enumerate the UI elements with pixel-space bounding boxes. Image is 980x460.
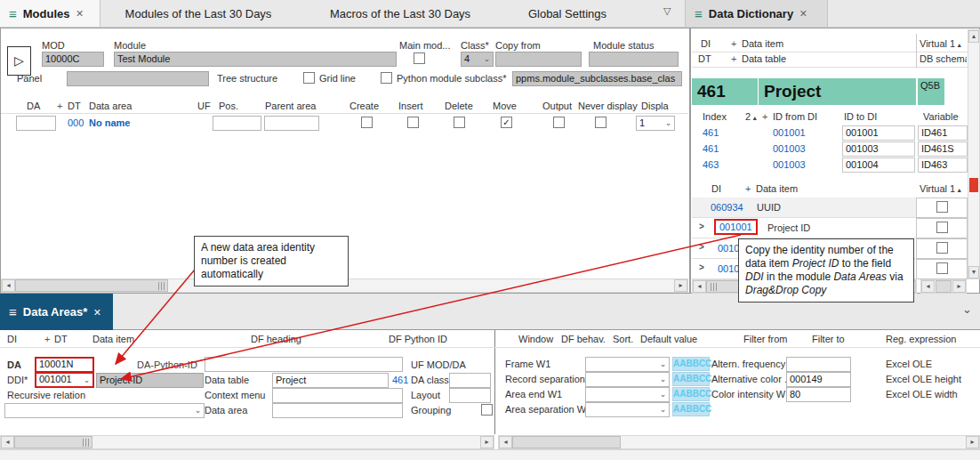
data-table-field[interactable]: Project [272, 373, 389, 388]
recursive-relation-dropdown[interactable]: ⌄ [4, 403, 205, 418]
record-separation-color-sample[interactable]: AABBCC [672, 372, 710, 386]
scroll-thumb[interactable] [512, 436, 621, 448]
data-areas-h-scrollbar-left[interactable]: ◂ ▸ [0, 435, 494, 449]
chevron-down-icon[interactable]: ⌄ [192, 404, 204, 417]
module-name-field[interactable]: Test Module [114, 52, 397, 67]
dictionary-v-scrollbar[interactable]: ▴ ▾ [968, 29, 980, 279]
index-cell[interactable]: 463 [703, 159, 719, 170]
variable-cell[interactable]: ID461 [918, 125, 968, 141]
ddi-field[interactable]: 001001 ⌄ [35, 372, 94, 388]
selected-table-di-cell[interactable]: 461 [692, 78, 758, 105]
scroll-right-button[interactable]: ▸ [966, 436, 979, 448]
pos-cell[interactable] [213, 116, 261, 131]
virtual-checkbox[interactable] [936, 201, 948, 213]
python-subclass-checkbox[interactable] [381, 72, 392, 84]
tab-data-dictionary[interactable]: ≡ Data Dictionary × [685, 0, 828, 27]
area-separation-w1-dropdown[interactable]: ⌄ [585, 402, 670, 417]
tab-list-icon[interactable]: ▽ [663, 5, 671, 17]
frame-w1-dropdown[interactable]: ⌄ [585, 357, 670, 372]
selected-table-name-cell[interactable]: Project [759, 78, 916, 105]
grip-icon[interactable] [711, 283, 717, 291]
class-dropdown[interactable]: 4 ⌄ [461, 52, 494, 67]
id-from-cell[interactable]: 001003 [773, 159, 806, 170]
context-menu-field[interactable] [272, 388, 403, 403]
tab-global-settings[interactable]: Global Settings [514, 0, 621, 28]
color-intensity-field[interactable]: 80 [786, 387, 851, 402]
virtual-checkbox[interactable] [936, 242, 948, 254]
python-subclass-field[interactable]: ppms.module_subclasses.base_clas [512, 71, 682, 86]
tab-data-areas[interactable]: ≡ Data Areas* × [0, 294, 113, 330]
delete-checkbox[interactable] [454, 117, 465, 128]
id-from-cell[interactable]: 001003 [773, 143, 806, 154]
da-cell[interactable] [16, 116, 56, 131]
expand-icon[interactable]: > [699, 222, 704, 231]
chevron-down-icon[interactable]: ⌄ [481, 52, 493, 66]
item-di-highlighted[interactable]: 001001 [714, 219, 758, 235]
chevron-down-icon[interactable]: ⌄ [657, 358, 669, 371]
output-checkbox[interactable] [553, 117, 565, 128]
grip-icon[interactable] [83, 439, 89, 447]
da-python-id-field[interactable] [205, 357, 403, 372]
chevron-down-icon[interactable]: ⌄ [657, 403, 669, 416]
scroll-left-button[interactable]: ◂ [921, 280, 935, 293]
grouping-checkbox[interactable] [481, 404, 493, 416]
create-checkbox[interactable] [361, 117, 373, 128]
item-name[interactable]: UUID [757, 202, 781, 213]
expand-icon[interactable]: > [699, 242, 704, 252]
tab-modules-30-days[interactable]: Modules of the Last 30 Days [114, 0, 283, 28]
displa-dropdown[interactable]: 1 ⌄ [636, 116, 675, 131]
frame-w1-color-sample[interactable]: AABBCC [672, 357, 710, 371]
index-cell[interactable]: 461 [703, 127, 719, 138]
never-display-checkbox[interactable] [595, 117, 606, 128]
scroll-left-button[interactable]: ◂ [1, 436, 14, 448]
item-di[interactable]: 060934 [711, 202, 743, 213]
item-name[interactable]: Project ID [767, 222, 810, 233]
scroll-down-button[interactable]: ▾ [968, 266, 979, 278]
dt-cell[interactable]: 000 [68, 117, 84, 128]
move-checkbox[interactable]: ✓ [501, 117, 512, 128]
main-mod-checkbox[interactable] [414, 52, 425, 64]
variable-cell[interactable]: ID461S [918, 141, 968, 157]
scroll-thumb[interactable] [14, 436, 92, 448]
data-areas-h-scrollbar-right[interactable]: ◂ ▸ [498, 435, 980, 449]
copy-from-field[interactable] [495, 52, 582, 67]
chevron-down-icon[interactable]: ⌄ [81, 374, 92, 386]
variable-cell[interactable]: ID463 [918, 157, 968, 173]
item-di[interactable]: 0010 [718, 263, 739, 274]
scroll-left-button[interactable]: ◂ [2, 279, 15, 292]
area-end-w1-dropdown[interactable]: ⌄ [585, 387, 670, 402]
tab-macros-30-days[interactable]: Macros of the Last 30 Days [313, 0, 487, 28]
run-module-button[interactable]: ▷ [7, 46, 31, 76]
chevron-down-icon[interactable]: ⌄ [663, 117, 674, 130]
scroll-right-button[interactable]: ▸ [480, 436, 494, 448]
area-separation-color-sample[interactable]: AABBCC [672, 402, 710, 416]
record-separation-w1-dropdown[interactable]: ⌄ [585, 372, 670, 387]
scroll-right-button[interactable]: ▸ [674, 279, 687, 292]
da-field[interactable]: 10001N [35, 357, 94, 373]
layout-field[interactable] [449, 388, 491, 403]
panel-field[interactable] [67, 71, 209, 86]
db-schema-cell[interactable]: Q5B [918, 78, 944, 105]
scroll-up-button[interactable]: ▴ [968, 30, 979, 43]
scroll-left-button[interactable]: ◂ [499, 436, 512, 448]
module-status-field[interactable] [589, 52, 679, 67]
da-class-field[interactable] [449, 373, 491, 388]
index-cell[interactable]: 461 [703, 143, 719, 154]
dictionary-h-scrollbar-2[interactable]: ◂ ▸ [920, 279, 967, 294]
data-area-name-cell[interactable]: No name [89, 117, 130, 128]
altern-frequency-field[interactable] [786, 357, 851, 372]
insert-checkbox[interactable] [407, 117, 419, 128]
virtual-checkbox[interactable] [936, 262, 948, 274]
close-icon[interactable]: × [799, 7, 807, 20]
area-end-color-sample[interactable]: AABBCC [672, 387, 710, 401]
item-di[interactable]: 0010 [718, 243, 739, 254]
ddi-name-field[interactable]: Project ID [96, 373, 204, 388]
id-from-cell[interactable]: 001001 [773, 127, 806, 138]
id-to-cell[interactable]: 001003 [842, 141, 915, 157]
chevron-down-icon[interactable]: ⌄ [657, 388, 669, 401]
close-icon[interactable]: × [76, 7, 84, 20]
scroll-marker-red[interactable] [969, 178, 978, 192]
scroll-thumb[interactable] [15, 279, 168, 292]
scroll-right-button[interactable]: ▸ [952, 280, 966, 293]
grid-line-checkbox[interactable] [303, 72, 315, 84]
